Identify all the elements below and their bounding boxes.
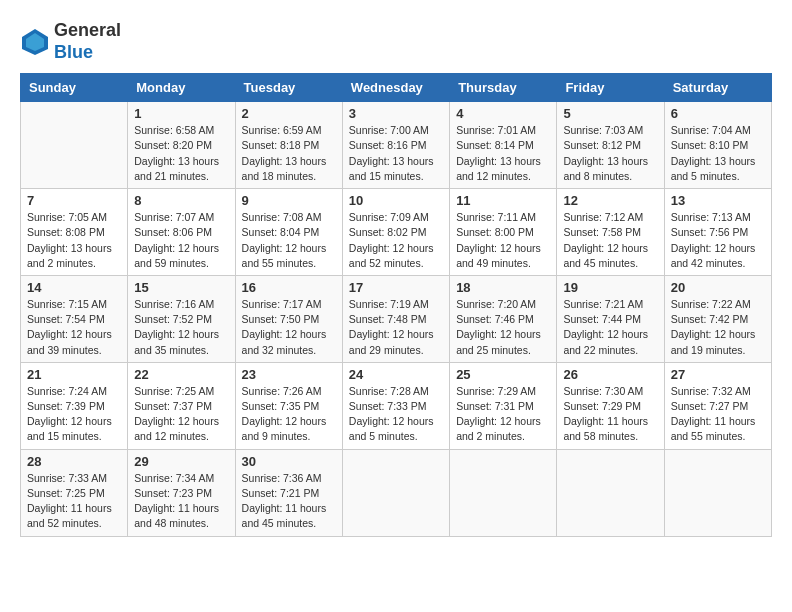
calendar-cell: 8Sunrise: 7:07 AM Sunset: 8:06 PM Daylig… xyxy=(128,189,235,276)
calendar-cell: 14Sunrise: 7:15 AM Sunset: 7:54 PM Dayli… xyxy=(21,275,128,362)
calendar-cell: 1Sunrise: 6:58 AM Sunset: 8:20 PM Daylig… xyxy=(128,102,235,189)
day-info: Sunrise: 7:33 AM Sunset: 7:25 PM Dayligh… xyxy=(27,471,121,532)
calendar-cell: 6Sunrise: 7:04 AM Sunset: 8:10 PM Daylig… xyxy=(664,102,771,189)
day-number: 10 xyxy=(349,193,443,208)
calendar-cell: 24Sunrise: 7:28 AM Sunset: 7:33 PM Dayli… xyxy=(342,362,449,449)
calendar-header-friday: Friday xyxy=(557,74,664,102)
day-info: Sunrise: 7:07 AM Sunset: 8:06 PM Dayligh… xyxy=(134,210,228,271)
day-number: 6 xyxy=(671,106,765,121)
day-number: 13 xyxy=(671,193,765,208)
day-number: 16 xyxy=(242,280,336,295)
day-number: 28 xyxy=(27,454,121,469)
day-number: 23 xyxy=(242,367,336,382)
calendar-cell: 7Sunrise: 7:05 AM Sunset: 8:08 PM Daylig… xyxy=(21,189,128,276)
day-info: Sunrise: 7:12 AM Sunset: 7:58 PM Dayligh… xyxy=(563,210,657,271)
day-info: Sunrise: 7:17 AM Sunset: 7:50 PM Dayligh… xyxy=(242,297,336,358)
calendar-cell: 17Sunrise: 7:19 AM Sunset: 7:48 PM Dayli… xyxy=(342,275,449,362)
calendar-cell: 11Sunrise: 7:11 AM Sunset: 8:00 PM Dayli… xyxy=(450,189,557,276)
calendar-cell: 26Sunrise: 7:30 AM Sunset: 7:29 PM Dayli… xyxy=(557,362,664,449)
day-info: Sunrise: 7:13 AM Sunset: 7:56 PM Dayligh… xyxy=(671,210,765,271)
day-info: Sunrise: 7:16 AM Sunset: 7:52 PM Dayligh… xyxy=(134,297,228,358)
day-number: 7 xyxy=(27,193,121,208)
calendar-header-thursday: Thursday xyxy=(450,74,557,102)
day-number: 21 xyxy=(27,367,121,382)
day-info: Sunrise: 7:03 AM Sunset: 8:12 PM Dayligh… xyxy=(563,123,657,184)
calendar-cell: 15Sunrise: 7:16 AM Sunset: 7:52 PM Dayli… xyxy=(128,275,235,362)
day-number: 5 xyxy=(563,106,657,121)
calendar-header-saturday: Saturday xyxy=(664,74,771,102)
calendar-week-row: 21Sunrise: 7:24 AM Sunset: 7:39 PM Dayli… xyxy=(21,362,772,449)
day-number: 17 xyxy=(349,280,443,295)
day-number: 8 xyxy=(134,193,228,208)
day-info: Sunrise: 7:04 AM Sunset: 8:10 PM Dayligh… xyxy=(671,123,765,184)
day-info: Sunrise: 7:00 AM Sunset: 8:16 PM Dayligh… xyxy=(349,123,443,184)
day-info: Sunrise: 7:11 AM Sunset: 8:00 PM Dayligh… xyxy=(456,210,550,271)
day-info: Sunrise: 7:15 AM Sunset: 7:54 PM Dayligh… xyxy=(27,297,121,358)
calendar-week-row: 7Sunrise: 7:05 AM Sunset: 8:08 PM Daylig… xyxy=(21,189,772,276)
day-info: Sunrise: 7:32 AM Sunset: 7:27 PM Dayligh… xyxy=(671,384,765,445)
day-number: 4 xyxy=(456,106,550,121)
day-info: Sunrise: 7:05 AM Sunset: 8:08 PM Dayligh… xyxy=(27,210,121,271)
calendar-cell xyxy=(342,449,449,536)
calendar-week-row: 14Sunrise: 7:15 AM Sunset: 7:54 PM Dayli… xyxy=(21,275,772,362)
calendar-cell: 2Sunrise: 6:59 AM Sunset: 8:18 PM Daylig… xyxy=(235,102,342,189)
day-info: Sunrise: 7:34 AM Sunset: 7:23 PM Dayligh… xyxy=(134,471,228,532)
calendar: SundayMondayTuesdayWednesdayThursdayFrid… xyxy=(20,73,772,536)
calendar-cell: 27Sunrise: 7:32 AM Sunset: 7:27 PM Dayli… xyxy=(664,362,771,449)
calendar-header-row: SundayMondayTuesdayWednesdayThursdayFrid… xyxy=(21,74,772,102)
calendar-cell: 20Sunrise: 7:22 AM Sunset: 7:42 PM Dayli… xyxy=(664,275,771,362)
calendar-header-monday: Monday xyxy=(128,74,235,102)
calendar-cell xyxy=(557,449,664,536)
calendar-cell: 25Sunrise: 7:29 AM Sunset: 7:31 PM Dayli… xyxy=(450,362,557,449)
day-number: 24 xyxy=(349,367,443,382)
day-number: 15 xyxy=(134,280,228,295)
calendar-header-wednesday: Wednesday xyxy=(342,74,449,102)
calendar-header-tuesday: Tuesday xyxy=(235,74,342,102)
day-info: Sunrise: 7:08 AM Sunset: 8:04 PM Dayligh… xyxy=(242,210,336,271)
day-number: 26 xyxy=(563,367,657,382)
calendar-cell xyxy=(450,449,557,536)
day-info: Sunrise: 7:28 AM Sunset: 7:33 PM Dayligh… xyxy=(349,384,443,445)
calendar-header-sunday: Sunday xyxy=(21,74,128,102)
logo-blue: Blue xyxy=(54,42,121,64)
logo: GeneralBlue xyxy=(20,20,121,63)
day-info: Sunrise: 7:24 AM Sunset: 7:39 PM Dayligh… xyxy=(27,384,121,445)
day-number: 29 xyxy=(134,454,228,469)
day-info: Sunrise: 7:25 AM Sunset: 7:37 PM Dayligh… xyxy=(134,384,228,445)
day-info: Sunrise: 7:26 AM Sunset: 7:35 PM Dayligh… xyxy=(242,384,336,445)
calendar-week-row: 1Sunrise: 6:58 AM Sunset: 8:20 PM Daylig… xyxy=(21,102,772,189)
calendar-cell: 5Sunrise: 7:03 AM Sunset: 8:12 PM Daylig… xyxy=(557,102,664,189)
calendar-cell: 28Sunrise: 7:33 AM Sunset: 7:25 PM Dayli… xyxy=(21,449,128,536)
day-info: Sunrise: 7:20 AM Sunset: 7:46 PM Dayligh… xyxy=(456,297,550,358)
day-number: 20 xyxy=(671,280,765,295)
day-info: Sunrise: 7:21 AM Sunset: 7:44 PM Dayligh… xyxy=(563,297,657,358)
logo-text: GeneralBlue xyxy=(54,20,121,63)
calendar-cell: 23Sunrise: 7:26 AM Sunset: 7:35 PM Dayli… xyxy=(235,362,342,449)
day-number: 27 xyxy=(671,367,765,382)
page-header: GeneralBlue xyxy=(20,20,772,63)
day-number: 22 xyxy=(134,367,228,382)
calendar-cell: 4Sunrise: 7:01 AM Sunset: 8:14 PM Daylig… xyxy=(450,102,557,189)
day-number: 1 xyxy=(134,106,228,121)
day-number: 19 xyxy=(563,280,657,295)
day-info: Sunrise: 7:36 AM Sunset: 7:21 PM Dayligh… xyxy=(242,471,336,532)
day-info: Sunrise: 7:22 AM Sunset: 7:42 PM Dayligh… xyxy=(671,297,765,358)
day-info: Sunrise: 7:19 AM Sunset: 7:48 PM Dayligh… xyxy=(349,297,443,358)
day-info: Sunrise: 7:09 AM Sunset: 8:02 PM Dayligh… xyxy=(349,210,443,271)
calendar-week-row: 28Sunrise: 7:33 AM Sunset: 7:25 PM Dayli… xyxy=(21,449,772,536)
day-number: 2 xyxy=(242,106,336,121)
day-number: 12 xyxy=(563,193,657,208)
day-number: 18 xyxy=(456,280,550,295)
calendar-cell: 30Sunrise: 7:36 AM Sunset: 7:21 PM Dayli… xyxy=(235,449,342,536)
calendar-cell: 16Sunrise: 7:17 AM Sunset: 7:50 PM Dayli… xyxy=(235,275,342,362)
day-number: 11 xyxy=(456,193,550,208)
calendar-cell: 18Sunrise: 7:20 AM Sunset: 7:46 PM Dayli… xyxy=(450,275,557,362)
calendar-cell: 3Sunrise: 7:00 AM Sunset: 8:16 PM Daylig… xyxy=(342,102,449,189)
day-number: 25 xyxy=(456,367,550,382)
day-info: Sunrise: 7:01 AM Sunset: 8:14 PM Dayligh… xyxy=(456,123,550,184)
calendar-cell: 12Sunrise: 7:12 AM Sunset: 7:58 PM Dayli… xyxy=(557,189,664,276)
calendar-cell xyxy=(664,449,771,536)
calendar-cell: 22Sunrise: 7:25 AM Sunset: 7:37 PM Dayli… xyxy=(128,362,235,449)
day-info: Sunrise: 6:58 AM Sunset: 8:20 PM Dayligh… xyxy=(134,123,228,184)
day-number: 30 xyxy=(242,454,336,469)
